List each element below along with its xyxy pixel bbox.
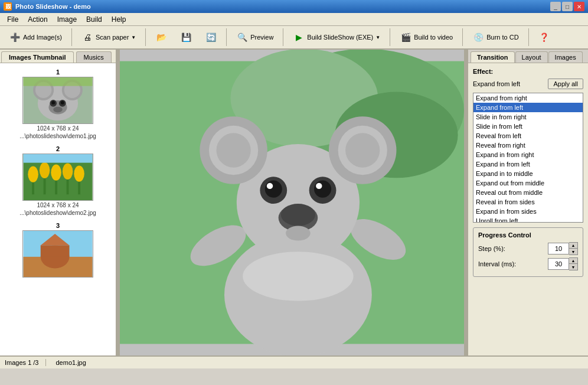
scan-paper-button[interactable]: 🖨 Scan paper ▼ xyxy=(76,29,141,45)
close-button[interactable]: ✕ xyxy=(574,2,584,11)
effect-option-expand-from-right[interactable]: Expand from right xyxy=(473,93,583,103)
step-spinner[interactable]: ▲ ▼ xyxy=(548,242,578,255)
toolbar-sep-4 xyxy=(283,28,283,46)
build-video-label: Build to video xyxy=(414,34,453,41)
menu-file[interactable]: File xyxy=(2,14,23,25)
effect-list[interactable]: Expand from right Expand from left Slide… xyxy=(473,93,583,223)
menu-build[interactable]: Build xyxy=(81,14,107,25)
thumbnail-item-1[interactable]: 1 1024 x xyxy=(2,66,113,142)
tab-transition[interactable]: Transition xyxy=(471,51,515,63)
menu-image[interactable]: Image xyxy=(53,14,81,25)
effect-option-reveal-in-from-sides[interactable]: Reveal in from sides xyxy=(473,197,583,207)
effect-option-expand-from-left[interactable]: Expand from left xyxy=(473,103,583,112)
effect-option-expand-in-to-middle[interactable]: Expand in to middle xyxy=(473,169,583,178)
status-bar: Images 1 /3 demo1.jpg xyxy=(0,355,588,368)
interval-input[interactable] xyxy=(548,258,569,270)
maximize-button[interactable]: □ xyxy=(562,2,573,11)
refresh-button[interactable]: 🔄 xyxy=(200,29,222,45)
scan-paper-arrow: ▼ xyxy=(131,35,136,40)
svg-point-21 xyxy=(63,164,73,180)
svg-point-19 xyxy=(51,165,61,181)
help-icon: ❓ xyxy=(538,31,550,43)
thumb-info-1b: ...\photoslideshow\demo1.jpg xyxy=(4,133,112,139)
svg-point-42 xyxy=(216,133,250,167)
thumb-image-3 xyxy=(22,230,93,278)
svg-point-48 xyxy=(267,183,273,189)
thumbnails-list[interactable]: 1 1024 x xyxy=(0,63,116,355)
svg-point-15 xyxy=(28,166,38,182)
minimize-button[interactable]: _ xyxy=(550,2,561,11)
menu-bar: File Action Image Build Help xyxy=(0,13,588,26)
scan-paper-icon: 🖨 xyxy=(81,31,93,43)
step-spin-buttons: ▲ ▼ xyxy=(569,242,578,255)
build-slideshow-arrow: ▼ xyxy=(375,35,380,40)
status-filename: demo1.jpg xyxy=(55,359,93,366)
preview-button[interactable]: 🔍 Preview xyxy=(231,29,279,45)
effect-option-reveal-from-right[interactable]: Reveal from right xyxy=(473,141,583,150)
add-image-button[interactable]: ➕ Add Image(s) xyxy=(4,29,67,45)
interval-down-button[interactable]: ▼ xyxy=(569,264,577,270)
toolbar-sep-6 xyxy=(462,28,463,46)
interval-label: Interval (ms): xyxy=(478,260,516,267)
left-panel: Images Thumbnail Musics 1 xyxy=(0,50,117,355)
interval-spinner[interactable]: ▲ ▼ xyxy=(548,257,578,270)
thumb-info-2a: 1024 x 768 x 24 xyxy=(4,202,112,208)
effect-option-expand-in-from-right[interactable]: Expand in from right xyxy=(473,150,583,159)
right-panel-content: Effect: Expand from left Apply all Expan… xyxy=(468,63,588,282)
toolbar-sep-7 xyxy=(528,28,529,46)
step-up-button[interactable]: ▲ xyxy=(569,243,577,249)
effect-option-slide-in-from-right[interactable]: Slide in from right xyxy=(473,112,583,122)
thumb-image-2 xyxy=(22,154,93,201)
help-button[interactable]: ❓ xyxy=(533,29,556,45)
toolbar: ➕ Add Image(s) 🖨 Scan paper ▼ 📂 💾 🔄 🔍 Pr… xyxy=(0,26,588,50)
effect-option-expand-in-from-sides[interactable]: Expand in from sides xyxy=(473,207,583,216)
effect-option-reveal-out-from-middle[interactable]: Reveal out from middle xyxy=(473,188,583,197)
preview-icon: 🔍 xyxy=(236,31,248,43)
thumbnail-item-3[interactable]: 3 xyxy=(2,219,113,282)
tab-musics[interactable]: Musics xyxy=(76,51,112,63)
effect-option-expand-out-from-middle[interactable]: Expand out from middle xyxy=(473,178,583,188)
effect-option-slide-in-from-left[interactable]: Slide in from left xyxy=(473,122,583,131)
apply-all-button[interactable]: Apply all xyxy=(548,79,583,89)
save-icon: 💾 xyxy=(180,31,192,43)
thumbnail-item-2[interactable]: 2 1024 x 768 x 24 ...\p xyxy=(2,142,113,219)
menu-action[interactable]: Action xyxy=(23,14,52,25)
add-image-label: Add Image(s) xyxy=(23,34,62,41)
step-down-button[interactable]: ▼ xyxy=(569,249,577,255)
scan-paper-label: Scan paper xyxy=(96,34,129,41)
step-label: Step (%): xyxy=(478,245,505,252)
open-button[interactable]: 📂 xyxy=(150,29,172,45)
step-input[interactable] xyxy=(548,243,569,255)
svg-point-46 xyxy=(265,181,282,198)
app-icon: 🖼 xyxy=(4,2,12,11)
build-video-icon: 🎬 xyxy=(400,31,411,43)
save-button[interactable]: 💾 xyxy=(175,29,197,45)
build-video-button[interactable]: 🎬 Build to video xyxy=(394,29,458,45)
interval-up-button[interactable]: ▲ xyxy=(569,258,577,264)
burn-cd-label: Burn to CD xyxy=(486,34,518,41)
thumb-num-1: 1 xyxy=(4,68,112,76)
open-icon: 📂 xyxy=(155,31,167,43)
effect-option-unroll-from-left[interactable]: Unroll from left xyxy=(473,216,583,223)
menu-help[interactable]: Help xyxy=(107,14,131,25)
effect-option-expand-in-from-left[interactable]: Expand in from left xyxy=(473,159,583,169)
main-area: Images Thumbnail Musics 1 xyxy=(0,50,588,355)
svg-point-11 xyxy=(53,107,63,113)
effect-option-reveal-from-left[interactable]: Reveal from left xyxy=(473,131,583,141)
thumb-num-3: 3 xyxy=(4,222,112,229)
build-slideshow-button[interactable]: ▶ Build SlideShow (EXE) ▼ xyxy=(288,29,386,45)
burn-cd-button[interactable]: 💿 Burn to CD xyxy=(467,29,524,45)
toolbar-sep-2 xyxy=(145,28,146,46)
svg-rect-12 xyxy=(24,77,93,86)
refresh-icon: 🔄 xyxy=(205,31,217,43)
svg-point-9 xyxy=(51,101,55,105)
svg-point-53 xyxy=(243,252,353,301)
right-tabs: Transition Layout Images xyxy=(468,50,588,63)
tab-images-thumbnail[interactable]: Images Thumbnail xyxy=(1,51,74,63)
tab-images[interactable]: Images xyxy=(548,51,583,63)
build-slideshow-icon: ▶ xyxy=(293,31,305,43)
tab-layout[interactable]: Layout xyxy=(515,51,548,63)
burn-cd-icon: 💿 xyxy=(472,31,484,43)
progress-control: Progress Control Step (%): ▲ ▼ Interval … xyxy=(473,227,583,277)
svg-point-43 xyxy=(345,133,380,167)
